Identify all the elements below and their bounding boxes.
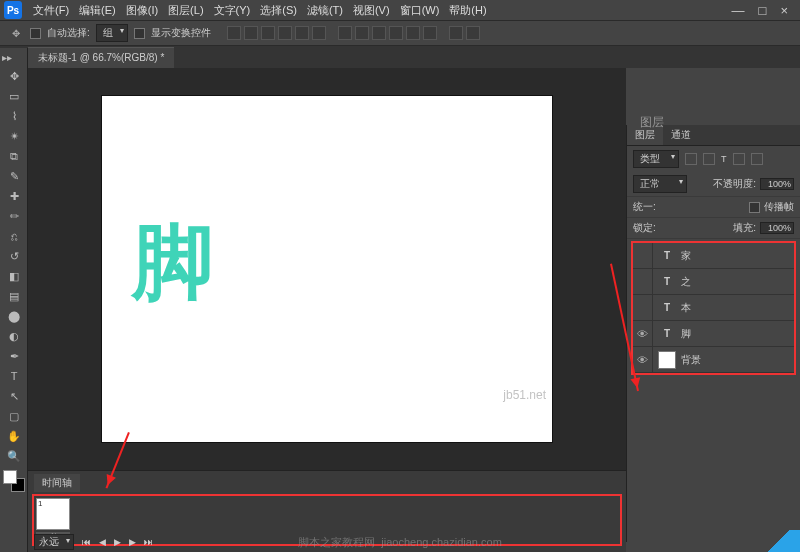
menu-file[interactable]: 文件(F) <box>28 3 74 18</box>
layer-row[interactable]: T之 <box>633 269 794 295</box>
layer-row[interactable]: T本 <box>633 295 794 321</box>
tab-channels[interactable]: 通道 <box>663 125 699 145</box>
crop-tool[interactable]: ⧉ <box>0 146 28 166</box>
fill-label: 填充: <box>733 221 756 235</box>
menu-window[interactable]: 窗口(W) <box>395 3 445 18</box>
unify-label: 统一: <box>633 200 656 214</box>
visibility-toggle[interactable] <box>633 243 653 269</box>
blend-mode-combo[interactable]: 正常 <box>633 175 687 193</box>
layer-filter-type[interactable]: 类型 <box>633 150 679 168</box>
layer-row[interactable]: 👁T脚 <box>633 321 794 347</box>
layer-row[interactable]: 👁背景 <box>633 347 794 373</box>
menu-edit[interactable]: 编辑(E) <box>74 3 121 18</box>
auto-select-combo[interactable]: 组 <box>96 24 128 42</box>
window-close[interactable]: × <box>780 3 788 18</box>
document-tab[interactable]: 未标题-1 @ 66.7%(RGB/8) * <box>28 47 174 68</box>
layer-row[interactable]: T家 <box>633 243 794 269</box>
type-layer-icon: T <box>658 273 676 291</box>
marquee-tool[interactable]: ▭ <box>0 86 28 106</box>
wand-tool[interactable]: ✴ <box>0 126 28 146</box>
menu-help[interactable]: 帮助(H) <box>444 3 491 18</box>
align-icon[interactable] <box>312 26 326 40</box>
move-tool-icon: ✥ <box>8 26 24 40</box>
propagate-label: 传播帧 <box>764 200 794 214</box>
menu-filter[interactable]: 滤镜(T) <box>302 3 348 18</box>
document-area: 脚 jb51.net <box>28 68 626 470</box>
auto-select-checkbox[interactable] <box>30 28 41 39</box>
move-tool[interactable]: ✥ <box>0 66 28 86</box>
opacity-label: 不透明度: <box>713 177 756 191</box>
layer-name: 脚 <box>681 327 794 341</box>
heal-tool[interactable]: ✚ <box>0 186 28 206</box>
window-maximize[interactable]: □ <box>759 3 767 18</box>
history-brush-tool[interactable]: ↺ <box>0 246 28 266</box>
distribute-icon[interactable] <box>389 26 403 40</box>
fill-field[interactable]: 100% <box>760 222 794 234</box>
layers-list: T家T之T本👁T脚👁背景 <box>631 241 796 375</box>
align-icon[interactable] <box>227 26 241 40</box>
opacity-field[interactable]: 100% <box>760 178 794 190</box>
visibility-toggle[interactable] <box>633 295 653 321</box>
menu-image[interactable]: 图像(I) <box>121 3 163 18</box>
type-tool[interactable]: T <box>0 366 28 386</box>
menu-select[interactable]: 选择(S) <box>255 3 302 18</box>
distribute-icon[interactable] <box>338 26 352 40</box>
tab-layers[interactable]: 图层 <box>627 125 663 145</box>
canvas[interactable]: 脚 jb51.net <box>102 96 552 442</box>
arrange-icon[interactable] <box>449 26 463 40</box>
stamp-tool[interactable]: ⎌ <box>0 226 28 246</box>
visibility-toggle[interactable] <box>633 269 653 295</box>
arrange-icon[interactable] <box>466 26 480 40</box>
expand-icon[interactable]: ▸▸ <box>0 48 14 66</box>
lock-label: 锁定: <box>633 221 656 235</box>
brush-tool[interactable]: ✏ <box>0 206 28 226</box>
gradient-tool[interactable]: ▤ <box>0 286 28 306</box>
filter-shape-icon[interactable] <box>733 153 745 165</box>
filter-pixel-icon[interactable] <box>685 153 697 165</box>
eyedropper-tool[interactable]: ✎ <box>0 166 28 186</box>
right-panels: 图层 通道 类型 T 正常 不透明度: 100% 统一: 传播帧 锁定: 填充:… <box>626 125 800 542</box>
layer-name: 本 <box>681 301 794 315</box>
align-icon[interactable] <box>295 26 309 40</box>
distribute-icon[interactable] <box>406 26 420 40</box>
menu-type[interactable]: 文字(Y) <box>209 3 256 18</box>
align-icon[interactable] <box>278 26 292 40</box>
type-layer-icon: T <box>658 299 676 317</box>
filter-adjust-icon[interactable] <box>703 153 715 165</box>
hand-tool[interactable]: ✋ <box>0 426 28 446</box>
distribute-icon[interactable] <box>372 26 386 40</box>
dodge-tool[interactable]: ◐ <box>0 326 28 346</box>
blur-tool[interactable]: ⬤ <box>0 306 28 326</box>
menu-layer[interactable]: 图层(L) <box>163 3 208 18</box>
propagate-checkbox[interactable] <box>749 202 760 213</box>
watermark: jb51.net <box>503 388 546 402</box>
panel-tabs: 图层 通道 <box>627 125 800 146</box>
pen-tool[interactable]: ✒ <box>0 346 28 366</box>
path-tool[interactable]: ↖ <box>0 386 28 406</box>
eraser-tool[interactable]: ◧ <box>0 266 28 286</box>
show-transform-label: 显示变换控件 <box>151 26 211 40</box>
show-transform-checkbox[interactable] <box>134 28 145 39</box>
layer-name: 背景 <box>681 353 794 367</box>
layer-name: 之 <box>681 275 794 289</box>
corner-decoration <box>760 530 800 552</box>
visibility-toggle[interactable]: 👁 <box>633 321 653 347</box>
color-swatch[interactable] <box>3 470 25 492</box>
frame-number: 1 <box>38 499 42 508</box>
zoom-tool[interactable]: 🔍 <box>0 446 28 466</box>
visibility-toggle[interactable]: 👁 <box>633 347 653 373</box>
align-icon[interactable] <box>261 26 275 40</box>
menu-view[interactable]: 视图(V) <box>348 3 395 18</box>
lasso-tool[interactable]: ⌇ <box>0 106 28 126</box>
window-minimize[interactable]: — <box>732 3 745 18</box>
shape-tool[interactable]: ▢ <box>0 406 28 426</box>
filter-type-icon[interactable]: T <box>721 154 727 164</box>
app-logo: Ps <box>4 1 22 19</box>
type-layer-icon: T <box>658 325 676 343</box>
distribute-icon[interactable] <box>423 26 437 40</box>
align-icon[interactable] <box>244 26 258 40</box>
timeline-frame[interactable]: 1 <box>36 498 70 530</box>
filter-smart-icon[interactable] <box>751 153 763 165</box>
timeline-tab[interactable]: 时间轴 <box>34 474 80 492</box>
distribute-icon[interactable] <box>355 26 369 40</box>
